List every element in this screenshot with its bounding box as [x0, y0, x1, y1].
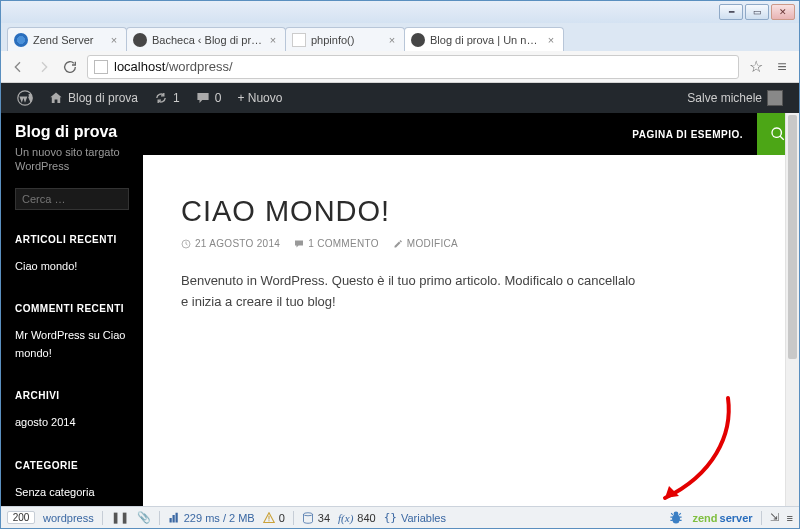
variables-cell[interactable]: {} Variables — [384, 511, 446, 524]
fx-icon: f(x) — [338, 512, 353, 524]
wordpress-favicon-icon — [133, 33, 147, 47]
url-path: /wordpress/ — [165, 59, 232, 74]
svg-rect-4 — [175, 512, 177, 522]
svg-rect-5 — [268, 515, 269, 519]
home-icon — [49, 91, 63, 105]
zend-server-logo[interactable]: zendserver — [692, 512, 752, 524]
toolbar-menu-button[interactable]: ≡ — [787, 512, 793, 524]
svg-rect-2 — [169, 518, 171, 523]
archive-link[interactable]: agosto 2014 — [15, 416, 76, 428]
widget-heading: ARCHIVI — [15, 388, 129, 404]
admin-comments[interactable]: 0 — [188, 83, 230, 113]
post-title[interactable]: CIAO MONDO! — [181, 195, 761, 228]
tab-close-icon[interactable]: × — [545, 34, 557, 46]
route-label[interactable]: wordpress — [43, 512, 94, 524]
category-link[interactable]: Senza categoria — [15, 486, 95, 498]
widget-heading: CATEGORIE — [15, 458, 129, 474]
bug-icon — [668, 510, 684, 526]
admin-user-menu[interactable]: Salve michele — [679, 83, 791, 113]
post-body: Benvenuto in WordPress. Questo è il tuo … — [181, 271, 641, 313]
tab-close-icon[interactable]: × — [108, 34, 120, 46]
browser-tab[interactable]: Zend Server × — [7, 27, 127, 51]
content-area: PAGINA DI ESEMPIO. CIAO MONDO! 21 AGOSTO… — [143, 113, 799, 506]
scroll-thumb[interactable] — [788, 115, 797, 359]
database-icon — [302, 512, 314, 524]
attachment-icon[interactable]: 📎 — [137, 511, 151, 524]
vertical-scrollbar[interactable] — [785, 113, 799, 506]
tab-close-icon[interactable]: × — [267, 34, 279, 46]
annotation-arrow-icon — [633, 390, 743, 506]
post-edit-link[interactable]: MODIFICA — [393, 238, 458, 249]
browser-tab[interactable]: Bacheca ‹ Blog di prova — W × — [126, 27, 286, 51]
wp-admin-bar: Blog di prova 1 0 + Nuovo Salve michele — [1, 83, 799, 113]
recent-post-link[interactable]: Ciao mondo! — [15, 260, 77, 272]
address-bar[interactable]: localhost/wordpress/ — [87, 55, 739, 79]
window-maximize-button[interactable]: ▭ — [745, 4, 769, 20]
nav-back-button[interactable] — [9, 58, 27, 76]
post-meta: 21 AGOSTO 2014 1 COMMENTO MODIFICA — [181, 238, 761, 249]
zray-bug-icon[interactable] — [668, 510, 684, 526]
wp-logo-menu[interactable] — [9, 83, 41, 113]
page-body: Blog di prova Un nuovo sito targato Word… — [1, 113, 799, 506]
braces-icon: {} — [384, 511, 397, 524]
admin-site-link[interactable]: Blog di prova — [41, 83, 146, 113]
bar-chart-icon — [168, 512, 180, 524]
tab-label: Bacheca ‹ Blog di prova — W — [152, 34, 263, 46]
timing-cell[interactable]: 229 ms / 2 MB — [168, 512, 255, 524]
browser-tab-strip: Zend Server × Bacheca ‹ Blog di prova — … — [1, 23, 799, 51]
admin-new[interactable]: + Nuovo — [229, 83, 290, 113]
page-icon — [94, 60, 108, 74]
zend-dev-toolbar: 200 wordpress ❚❚ 📎 229 ms / 2 MB 0 34 f(… — [1, 506, 799, 528]
post-date[interactable]: 21 AGOSTO 2014 — [181, 238, 280, 249]
widget-heading: ARTICOLI RECENTI — [15, 232, 129, 248]
new-label: + Nuovo — [237, 91, 282, 105]
menu-sample-page[interactable]: PAGINA DI ESEMPIO. — [618, 129, 757, 140]
site-tagline: Un nuovo sito targato WordPress — [15, 145, 129, 174]
pencil-icon — [393, 239, 403, 249]
collapse-button[interactable]: ⇲ — [770, 511, 779, 524]
http-status-badge[interactable]: 200 — [7, 511, 35, 524]
widget-recent-posts: ARTICOLI RECENTI Ciao mondo! — [15, 232, 129, 276]
os-titlebar: ━ ▭ ✕ — [1, 1, 799, 23]
post-article: CIAO MONDO! 21 AGOSTO 2014 1 COMMENTO — [143, 155, 799, 353]
page-favicon-icon — [292, 33, 306, 47]
functions-cell[interactable]: f(x) 840 — [338, 512, 376, 524]
reload-button[interactable] — [61, 58, 79, 76]
site-sidebar: Blog di prova Un nuovo sito targato Word… — [1, 113, 143, 506]
avatar-icon — [767, 90, 783, 106]
nav-forward-button[interactable] — [35, 58, 53, 76]
primary-menu: PAGINA DI ESEMPIO. — [143, 113, 799, 155]
site-title[interactable]: Blog di prova — [15, 123, 129, 141]
browser-menu-button[interactable]: ≡ — [773, 58, 791, 76]
wordpress-favicon-icon — [411, 33, 425, 47]
svg-rect-6 — [268, 520, 269, 521]
widget-heading: COMMENTI RECENTI — [15, 301, 129, 317]
browser-tab[interactable]: phpinfo() × — [285, 27, 405, 51]
window-minimize-button[interactable]: ━ — [719, 4, 743, 20]
tab-label: phpinfo() — [311, 34, 382, 46]
pause-button[interactable]: ❚❚ — [111, 511, 129, 524]
widget-archives: ARCHIVI agosto 2014 — [15, 388, 129, 432]
recent-comment-item[interactable]: Mr WordPress su Ciao mondo! — [15, 327, 129, 362]
url-host: localhost — [114, 59, 165, 74]
tab-close-icon[interactable]: × — [386, 34, 398, 46]
comments-count: 0 — [215, 91, 222, 105]
post-comments-link[interactable]: 1 COMMENTO — [294, 238, 379, 249]
window-close-button[interactable]: ✕ — [771, 4, 795, 20]
browser-tab-active[interactable]: Blog di prova | Un nuovo sito × — [404, 27, 564, 51]
db-cell[interactable]: 34 — [302, 512, 330, 524]
wordpress-icon — [17, 90, 33, 106]
tab-label: Blog di prova | Un nuovo sito — [430, 34, 541, 46]
svg-rect-3 — [172, 515, 174, 523]
clock-icon — [181, 239, 191, 249]
sidebar-search-input[interactable] — [15, 188, 129, 210]
updates-icon — [154, 91, 168, 105]
window-frame: ━ ▭ ✕ Zend Server × Bacheca ‹ Blog di pr… — [0, 0, 800, 529]
admin-site-name: Blog di prova — [68, 91, 138, 105]
admin-updates[interactable]: 1 — [146, 83, 188, 113]
tab-label: Zend Server — [33, 34, 104, 46]
bookmark-star-icon[interactable]: ☆ — [747, 58, 765, 76]
search-icon — [770, 126, 786, 142]
warnings-cell[interactable]: 0 — [263, 512, 285, 524]
page-viewport: Blog di prova 1 0 + Nuovo Salve michele — [1, 83, 799, 506]
